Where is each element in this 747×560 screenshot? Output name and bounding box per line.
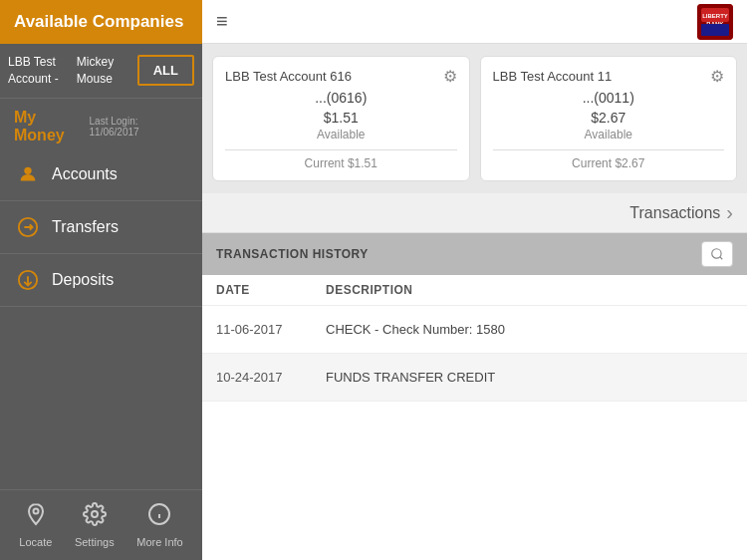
user2-name: Mickey [77,54,137,71]
account-cards: LBB Test Account 616 ⚙ ...(0616) $1.51 A… [202,44,747,193]
tx-desc-0: CHECK - Check Number: 1580 [326,322,733,337]
svg-point-4 [92,511,98,517]
user1-sub: Account - [8,71,69,88]
history-title: TRANSACTION HISTORY [216,247,369,261]
locate-icon [24,502,48,532]
deposits-icon [14,266,42,294]
tx-desc-1: FUNDS TRANSFER CREDIT [326,370,733,385]
nav-menu: Accounts Transfers Deposits [0,148,202,307]
svg-rect-12 [701,24,729,36]
account-current-1: Current $2.67 [493,149,725,170]
account-amount-1: $2.67 [493,110,725,126]
svg-point-13 [712,249,721,258]
footer-settings[interactable]: Settings [75,502,115,548]
top-bar: ≡ LIBERTY BANK [202,0,747,44]
user2-info: Mickey Mouse [77,54,137,88]
transaction-list: 11-06-2017 CHECK - Check Number: 1580 10… [202,306,747,402]
table-row[interactable]: 10-24-2017 FUNDS TRANSFER CREDIT [202,354,747,402]
all-button[interactable]: ALL [137,55,194,86]
col-date-header: DATE [216,283,306,297]
accounts-label: Accounts [52,165,118,183]
sidebar-item-transfers[interactable]: Transfers [0,201,202,254]
sidebar: Available Companies LBB Test Account - M… [0,0,202,560]
transactions-link[interactable]: Transactions [629,204,720,222]
svg-line-14 [720,257,723,260]
accounts-icon [14,160,42,188]
settings-label: Settings [75,536,115,548]
table-row[interactable]: 11-06-2017 CHECK - Check Number: 1580 [202,306,747,354]
last-login: Last Login: 11/06/2017 [90,116,188,138]
user-section: LBB Test Account - Mickey Mouse ALL [0,44,202,99]
chevron-right-icon: › [726,201,733,224]
account-amount-0: $1.51 [225,110,457,126]
account-available-1: Available [493,128,725,141]
svg-point-3 [33,509,38,514]
sidebar-item-accounts[interactable]: Accounts [0,148,202,201]
tx-date-1: 10-24-2017 [216,370,306,385]
main-content: ≡ LIBERTY BANK LBB Test Account 616 ⚙ ..… [202,0,747,560]
user1-name: LBB Test [8,54,69,71]
history-header: TRANSACTION HISTORY [202,233,747,275]
account-gear-icon-0[interactable]: ⚙ [443,67,457,86]
tx-date-0: 11-06-2017 [216,322,306,337]
user1-info: LBB Test Account - [8,54,69,88]
sidebar-footer: Locate Settings More Info [0,489,202,560]
account-number-1: ...(0011) [493,90,725,106]
sidebar-title: Available Companies [14,12,183,32]
account-card-1: LBB Test Account 11 ⚙ ...(0011) $2.67 Av… [480,56,738,181]
account-name-0: LBB Test Account 616 [225,69,352,84]
deposits-label: Deposits [52,271,114,289]
account-name-1: LBB Test Account 11 [493,69,613,84]
account-card-0: LBB Test Account 616 ⚙ ...(0616) $1.51 A… [212,56,470,181]
history-section: TRANSACTION HISTORY DATE DESCRIPTION 11-… [202,233,747,560]
col-desc-header: DESCRIPTION [326,283,733,297]
my-money-header: My Money Last Login: 11/06/2017 [0,99,202,148]
my-money-title: My Money [14,109,90,144]
column-headers: DATE DESCRIPTION [202,275,747,306]
transfers-icon [14,213,42,241]
sidebar-header: Available Companies [0,0,202,44]
hamburger-icon[interactable]: ≡ [216,10,228,33]
info-icon [147,502,171,532]
settings-icon [83,502,107,532]
svg-point-0 [24,166,31,173]
sidebar-item-deposits[interactable]: Deposits [0,254,202,307]
account-gear-icon-1[interactable]: ⚙ [710,67,724,86]
transactions-bar: Transactions › [202,193,747,233]
user-avatar: LIBERTY BANK [697,4,733,40]
footer-more-info[interactable]: More Info [136,502,182,548]
user2-sub: Mouse [77,71,137,88]
account-available-0: Available [225,128,457,141]
transfers-label: Transfers [52,218,119,236]
locate-label: Locate [19,536,52,548]
account-number-0: ...(0616) [225,90,457,106]
search-button[interactable] [701,241,733,267]
svg-text:LIBERTY: LIBERTY [702,13,728,19]
account-current-0: Current $1.51 [225,149,457,170]
footer-locate[interactable]: Locate [19,502,52,548]
more-info-label: More Info [136,536,182,548]
